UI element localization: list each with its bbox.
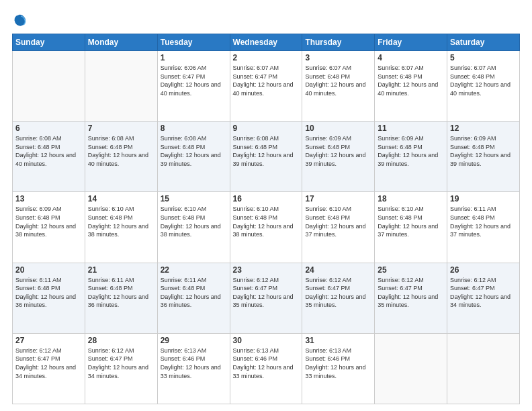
day-number: 12 [450, 124, 517, 133]
calendar-cell: 7Sunrise: 6:08 AM Sunset: 6:48 PM Daylig… [85, 122, 157, 192]
calendar-cell: 14Sunrise: 6:10 AM Sunset: 6:48 PM Dayli… [85, 192, 157, 263]
calendar-cell: 21Sunrise: 6:11 AM Sunset: 6:48 PM Dayli… [85, 263, 157, 333]
calendar-cell: 25Sunrise: 6:12 AM Sunset: 6:47 PM Dayli… [375, 263, 447, 333]
day-info: Sunrise: 6:12 AM Sunset: 6:47 PM Dayligh… [15, 347, 82, 380]
day-number: 27 [15, 336, 82, 345]
calendar-cell [375, 333, 447, 404]
calendar-body: 1Sunrise: 6:06 AM Sunset: 6:47 PM Daylig… [13, 51, 520, 404]
day-info: Sunrise: 6:10 AM Sunset: 6:48 PM Dayligh… [233, 205, 300, 238]
day-number: 15 [161, 194, 227, 203]
day-number: 24 [305, 265, 371, 275]
day-number: 30 [233, 336, 300, 345]
calendar-cell: 1Sunrise: 6:06 AM Sunset: 6:47 PM Daylig… [157, 51, 230, 122]
day-info: Sunrise: 6:07 AM Sunset: 6:48 PM Dayligh… [305, 64, 371, 97]
day-number: 5 [450, 53, 517, 62]
day-number: 22 [161, 265, 227, 275]
calendar-cell: 5Sunrise: 6:07 AM Sunset: 6:48 PM Daylig… [447, 51, 520, 122]
header-day-friday: Friday [375, 34, 447, 51]
day-number: 4 [378, 53, 444, 62]
calendar-cell: 27Sunrise: 6:12 AM Sunset: 6:47 PM Dayli… [13, 333, 85, 404]
day-info: Sunrise: 6:09 AM Sunset: 6:48 PM Dayligh… [15, 205, 82, 238]
day-info: Sunrise: 6:07 AM Sunset: 6:48 PM Dayligh… [378, 64, 444, 97]
day-number: 26 [450, 265, 517, 275]
day-number: 10 [305, 124, 371, 133]
day-info: Sunrise: 6:13 AM Sunset: 6:46 PM Dayligh… [161, 347, 227, 380]
calendar-cell: 19Sunrise: 6:11 AM Sunset: 6:48 PM Dayli… [447, 192, 520, 263]
day-number: 31 [305, 336, 371, 345]
calendar-cell: 8Sunrise: 6:08 AM Sunset: 6:48 PM Daylig… [157, 122, 230, 192]
calendar-cell: 9Sunrise: 6:08 AM Sunset: 6:48 PM Daylig… [230, 122, 302, 192]
calendar-cell: 22Sunrise: 6:11 AM Sunset: 6:48 PM Dayli… [157, 263, 230, 333]
calendar-week-4: 20Sunrise: 6:11 AM Sunset: 6:48 PM Dayli… [13, 263, 520, 333]
calendar-cell: 31Sunrise: 6:13 AM Sunset: 6:46 PM Dayli… [302, 333, 375, 404]
day-number: 21 [88, 265, 154, 275]
day-number: 8 [161, 124, 227, 133]
day-info: Sunrise: 6:10 AM Sunset: 6:48 PM Dayligh… [161, 205, 227, 238]
calendar-cell [85, 51, 157, 122]
day-info: Sunrise: 6:09 AM Sunset: 6:48 PM Dayligh… [378, 134, 444, 168]
logo [12, 12, 30, 27]
day-number: 11 [378, 124, 444, 133]
day-number: 6 [15, 124, 82, 133]
day-number: 9 [233, 124, 300, 133]
calendar-cell: 13Sunrise: 6:09 AM Sunset: 6:48 PM Dayli… [13, 192, 85, 263]
logo-icon [12, 12, 27, 27]
header-day-monday: Monday [85, 34, 157, 51]
day-number: 25 [378, 265, 444, 275]
calendar-cell: 29Sunrise: 6:13 AM Sunset: 6:46 PM Dayli… [157, 333, 230, 404]
day-number: 13 [15, 194, 82, 203]
day-info: Sunrise: 6:07 AM Sunset: 6:47 PM Dayligh… [233, 64, 300, 97]
day-info: Sunrise: 6:11 AM Sunset: 6:48 PM Dayligh… [15, 276, 82, 310]
calendar-cell: 2Sunrise: 6:07 AM Sunset: 6:47 PM Daylig… [230, 51, 302, 122]
day-info: Sunrise: 6:10 AM Sunset: 6:48 PM Dayligh… [378, 205, 444, 238]
calendar-cell: 4Sunrise: 6:07 AM Sunset: 6:48 PM Daylig… [375, 51, 447, 122]
calendar-week-2: 6Sunrise: 6:08 AM Sunset: 6:48 PM Daylig… [13, 122, 520, 192]
day-info: Sunrise: 6:10 AM Sunset: 6:48 PM Dayligh… [88, 205, 154, 238]
day-number: 16 [233, 194, 300, 203]
day-info: Sunrise: 6:08 AM Sunset: 6:48 PM Dayligh… [15, 134, 82, 168]
day-info: Sunrise: 6:12 AM Sunset: 6:47 PM Dayligh… [450, 276, 517, 310]
header [12, 12, 520, 27]
calendar-cell: 28Sunrise: 6:12 AM Sunset: 6:47 PM Dayli… [85, 333, 157, 404]
calendar-cell: 20Sunrise: 6:11 AM Sunset: 6:48 PM Dayli… [13, 263, 85, 333]
day-number: 28 [88, 336, 154, 345]
calendar-cell: 24Sunrise: 6:12 AM Sunset: 6:47 PM Dayli… [302, 263, 375, 333]
day-number: 20 [15, 265, 82, 275]
day-number: 23 [233, 265, 300, 275]
page: SundayMondayTuesdayWednesdayThursdayFrid… [0, 0, 532, 411]
header-day-wednesday: Wednesday [230, 34, 302, 51]
day-info: Sunrise: 6:11 AM Sunset: 6:48 PM Dayligh… [450, 205, 517, 238]
calendar-cell: 30Sunrise: 6:13 AM Sunset: 6:46 PM Dayli… [230, 333, 302, 404]
calendar-week-1: 1Sunrise: 6:06 AM Sunset: 6:47 PM Daylig… [13, 51, 520, 122]
day-info: Sunrise: 6:12 AM Sunset: 6:47 PM Dayligh… [88, 347, 154, 380]
header-day-saturday: Saturday [447, 34, 520, 51]
day-number: 17 [305, 194, 371, 203]
day-number: 1 [161, 53, 227, 62]
day-info: Sunrise: 6:12 AM Sunset: 6:47 PM Dayligh… [378, 276, 444, 310]
day-info: Sunrise: 6:06 AM Sunset: 6:47 PM Dayligh… [161, 64, 227, 97]
calendar-cell: 11Sunrise: 6:09 AM Sunset: 6:48 PM Dayli… [375, 122, 447, 192]
day-info: Sunrise: 6:12 AM Sunset: 6:47 PM Dayligh… [233, 276, 300, 310]
calendar-table: SundayMondayTuesdayWednesdayThursdayFrid… [12, 34, 520, 404]
header-day-thursday: Thursday [302, 34, 375, 51]
day-number: 19 [450, 194, 517, 203]
calendar-cell [447, 333, 520, 404]
day-info: Sunrise: 6:11 AM Sunset: 6:48 PM Dayligh… [88, 276, 154, 310]
day-info: Sunrise: 6:10 AM Sunset: 6:48 PM Dayligh… [305, 205, 371, 238]
calendar-cell: 12Sunrise: 6:09 AM Sunset: 6:48 PM Dayli… [447, 122, 520, 192]
header-day-tuesday: Tuesday [157, 34, 230, 51]
header-day-sunday: Sunday [13, 34, 85, 51]
day-info: Sunrise: 6:09 AM Sunset: 6:48 PM Dayligh… [305, 134, 371, 168]
calendar-cell: 18Sunrise: 6:10 AM Sunset: 6:48 PM Dayli… [375, 192, 447, 263]
calendar-cell: 16Sunrise: 6:10 AM Sunset: 6:48 PM Dayli… [230, 192, 302, 263]
day-info: Sunrise: 6:07 AM Sunset: 6:48 PM Dayligh… [450, 64, 517, 97]
day-number: 18 [378, 194, 444, 203]
calendar-cell: 3Sunrise: 6:07 AM Sunset: 6:48 PM Daylig… [302, 51, 375, 122]
day-number: 14 [88, 194, 154, 203]
day-number: 29 [161, 336, 227, 345]
day-info: Sunrise: 6:12 AM Sunset: 6:47 PM Dayligh… [305, 276, 371, 310]
day-info: Sunrise: 6:08 AM Sunset: 6:48 PM Dayligh… [233, 134, 300, 168]
calendar-cell: 23Sunrise: 6:12 AM Sunset: 6:47 PM Dayli… [230, 263, 302, 333]
calendar-week-5: 27Sunrise: 6:12 AM Sunset: 6:47 PM Dayli… [13, 333, 520, 404]
calendar-cell: 17Sunrise: 6:10 AM Sunset: 6:48 PM Dayli… [302, 192, 375, 263]
